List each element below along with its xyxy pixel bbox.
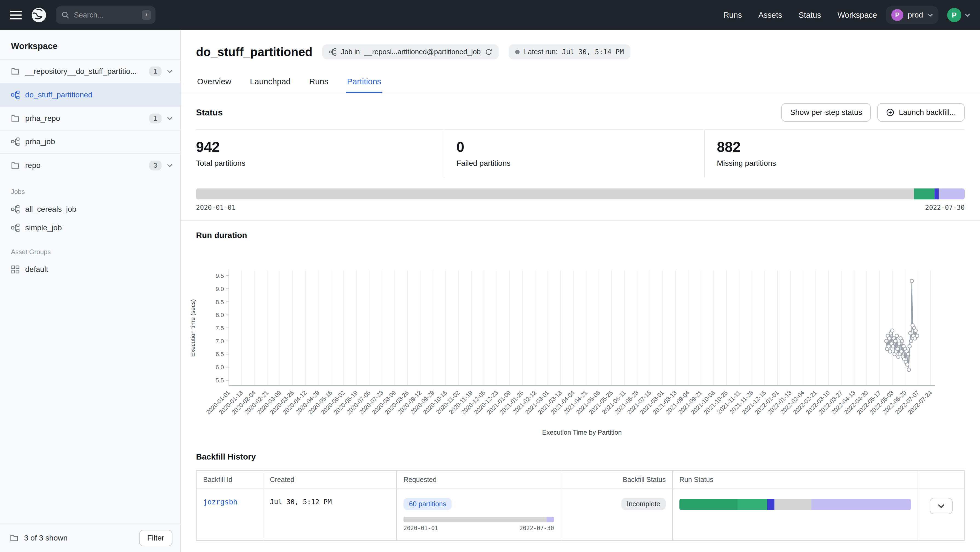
chevron-down-icon[interactable] [167,70,172,73]
backfill-id-link[interactable]: jozrgsbh [203,498,237,506]
job-icon [11,90,20,99]
run-duration-heading: Run duration [181,221,980,240]
partition-bar-dates: 2020-01-01 2022-07-30 [196,204,965,211]
user-menu[interactable]: P [947,8,970,22]
filter-button[interactable]: Filter [139,530,172,546]
asset-group-icon [11,265,20,274]
workspace-sidebar: Workspace __repository__do_stuff_partiti… [0,30,181,552]
page-title: do_stuff_partitioned [196,45,312,59]
folder-icon [11,67,20,76]
page-header: do_stuff_partitioned Job in __reposi...a… [181,30,980,59]
stat-label: Missing partitions [717,159,954,168]
job-icon [329,48,336,56]
expand-backfill-button[interactable] [930,498,953,514]
tab-partitions[interactable]: Partitions [346,71,382,93]
backfill-created-cell: Jul 30, 5:12 PM [263,489,397,540]
chevron-down-icon [928,13,933,17]
global-search[interactable]: / [56,6,156,24]
nav-assets[interactable]: Assets [758,11,782,20]
backfill-status-badge: Incomplete [621,498,666,510]
requested-partitions-badge[interactable]: 60 partitions [404,498,452,510]
svg-text:9.0: 9.0 [215,286,224,292]
repo-count-badge: 3 [149,160,162,170]
stat-failed-partitions: 0 Failed partitions [444,130,704,178]
deployment-name: prod [908,11,923,19]
svg-text:8.5: 8.5 [215,299,224,306]
shown-count-text: 3 of 3 shown [24,534,68,542]
job-icon [11,224,20,232]
launch-backfill-button[interactable]: Launch backfill... [877,103,965,122]
sidebar-item-label: do_stuff_partitioned [25,90,172,99]
sidebar-footer: 3 of 3 shown Filter [0,523,180,552]
col-created: Created [263,471,397,489]
run-status-bar[interactable] [679,499,911,510]
svg-text:6.5: 6.5 [215,351,224,357]
job-badge-target-link[interactable]: __reposi...artitioned@partitioned_job [364,48,481,56]
search-input[interactable] [74,11,137,19]
tab-overview[interactable]: Overview [196,71,232,93]
backfill-actions-cell [918,489,964,540]
stat-total-partitions: 942 Total partitions [196,130,444,178]
repo-count-badge: 1 [149,67,162,76]
tab-runs[interactable]: Runs [308,71,329,93]
svg-text:8.0: 8.0 [215,312,224,319]
search-shortcut-kbd: / [142,10,151,20]
col-run-status: Run Status [673,471,918,489]
tab-launchpad[interactable]: Launchpad [249,71,291,93]
latest-run-label: Latest run: [524,48,558,56]
job-icon [11,205,20,214]
sidebar-asset-group-default[interactable]: default [0,260,180,279]
folder-icon [10,534,19,542]
chevron-down-icon[interactable] [167,117,172,121]
chevron-down-icon[interactable] [167,163,172,167]
sidebar-repo-repo[interactable]: repo 3 [0,154,180,177]
deployment-avatar: P [891,9,904,21]
partition-start-date: 2020-01-01 [196,204,236,211]
status-actions: Show per-step status Launch backfill... [781,103,965,122]
svg-text:6.0: 6.0 [215,364,224,371]
user-avatar: P [947,8,961,22]
dagster-logo[interactable] [31,7,47,23]
stat-missing-partitions: 882 Missing partitions [704,130,965,178]
latest-run-time-link[interactable]: Jul 30, 5:14 PM [562,48,624,56]
stat-value: 0 [456,139,693,155]
nav-runs[interactable]: Runs [723,11,742,20]
asset-groups-section-label: Asset Groups [0,237,180,260]
run-duration-chart[interactable]: 2020-01-012020-01-182020-02-042020-02-21… [181,240,980,439]
nav-status[interactable]: Status [799,11,821,20]
hamburger-menu-icon[interactable] [10,11,22,19]
sidebar-job-simple-job[interactable]: simple_job [0,219,180,237]
requested-start-date: 2020-01-01 [404,525,438,531]
search-icon [61,11,70,19]
sidebar-job-do-stuff-partitioned[interactable]: do_stuff_partitioned [0,83,180,106]
job-location-badge: Job in __reposi...artitioned@partitioned… [322,44,499,59]
svg-text:Execution Time by Partition: Execution Time by Partition [542,428,622,436]
status-heading: Status [196,108,223,117]
job-tabs: Overview Launchpad Runs Partitions [181,71,980,93]
sidebar-item-label: __repository__do_stuff_partitio... [25,67,144,76]
app-root: / Runs Assets Status Workspace P prod P … [0,0,980,552]
sidebar-repo-do-stuff-repository[interactable]: __repository__do_stuff_partitio... 1 [0,59,180,83]
sidebar-job-all-cereals-job[interactable]: all_cereals_job [0,200,180,219]
sidebar-title: Workspace [0,30,180,59]
backfill-table-header: Backfill Id Created Requested Backfill S… [197,471,964,489]
backfill-requested-cell: 60 partitions 2020-01-01 2022-07-30 [397,489,561,540]
nav-workspace[interactable]: Workspace [837,11,877,20]
sidebar-repo-prha-repo[interactable]: prha_repo 1 [0,106,180,130]
main-content: do_stuff_partitioned Job in __reposi...a… [181,30,980,552]
col-actions [918,471,964,489]
requested-bar-dates: 2020-01-01 2022-07-30 [404,525,554,531]
requested-partitions-bar [404,517,554,522]
refresh-icon[interactable] [485,48,492,56]
deployment-switcher[interactable]: P prod [886,6,939,24]
col-backfill-status: Backfill Status [561,471,673,489]
col-backfill-id: Backfill Id [197,471,263,489]
sidebar-item-label: simple_job [25,224,62,232]
show-per-step-status-button[interactable]: Show per-step status [781,103,871,122]
svg-text:Execution time (secs): Execution time (secs) [189,299,196,357]
stat-value: 882 [717,139,954,155]
partition-status-bar[interactable] [196,189,965,200]
sidebar-job-prha-job[interactable]: prha_job [0,130,180,154]
chevron-down-icon [965,13,970,17]
col-requested: Requested [397,471,561,489]
